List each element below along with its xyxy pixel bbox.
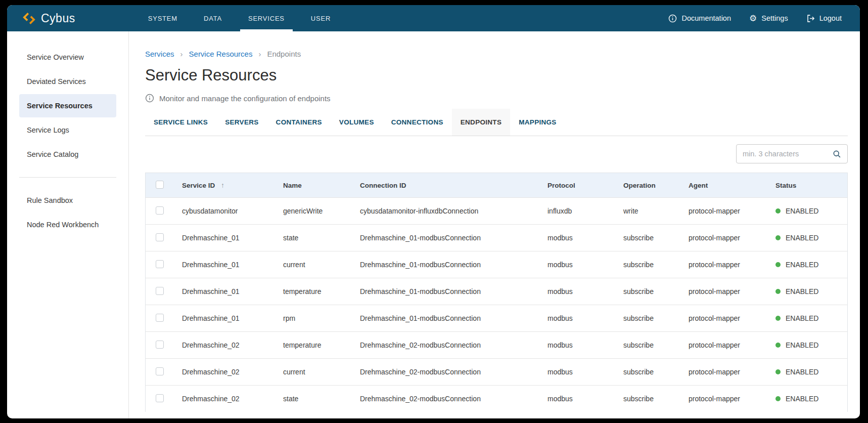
cell-service-id: Drehmaschine_02 (175, 368, 276, 376)
cell-status: ENABLED (768, 261, 847, 269)
search-input[interactable] (743, 150, 833, 158)
row-checkbox[interactable] (156, 206, 164, 215)
column-header-connection-id[interactable]: Connection ID (353, 182, 540, 189)
column-header-operation[interactable]: Operation (616, 182, 681, 189)
cell-service-id: Drehmaschine_01 (175, 287, 276, 295)
table-row[interactable]: Drehmaschine_02 temperature Drehmaschine… (146, 331, 847, 358)
cell-status: ENABLED (768, 341, 847, 349)
tab[interactable]: CONTAINERS (267, 109, 331, 136)
table-row[interactable]: Drehmaschine_01 state Drehmaschine_01-mo… (146, 224, 847, 251)
cell-service-id: Drehmaschine_01 (175, 261, 276, 269)
sidebar-item[interactable]: Service Overview (19, 46, 116, 69)
row-checkbox[interactable] (156, 260, 164, 268)
info-icon (668, 14, 677, 23)
tab[interactable]: SERVERS (216, 109, 267, 136)
row-checkbox[interactable] (156, 367, 164, 375)
cell-operation: subscribe (616, 314, 681, 322)
select-all-checkbox[interactable] (156, 181, 164, 189)
cell-agent: protocol-mapper (681, 287, 768, 295)
breadcrumb-separator-icon: › (180, 50, 183, 58)
table-row[interactable]: Drehmaschine_02 current Drehmaschine_02-… (146, 358, 847, 385)
cell-operation: subscribe (616, 261, 681, 269)
column-header-service-id[interactable]: Service ID ↑ (175, 181, 276, 189)
search-row (145, 144, 848, 163)
tab[interactable]: VOLUMES (331, 109, 383, 136)
cell-connection-id: Drehmaschine_01-modbusConnection (353, 314, 540, 322)
resource-tabs: SERVICE LINKS SERVERS CONTAINERS VOLUMES (145, 109, 848, 136)
table-body: cybusdatamonitor genericWrite cybusdatam… (146, 197, 847, 412)
status-dot-icon (775, 369, 781, 374)
cell-agent: protocol-mapper (681, 314, 768, 322)
nav-menu-item[interactable]: SYSTEM (135, 5, 191, 31)
tab[interactable]: MAPPINGS (510, 109, 565, 136)
table-row[interactable]: Drehmaschine_01 current Drehmaschine_01-… (146, 251, 847, 278)
cell-service-id: Drehmaschine_02 (175, 341, 276, 349)
nav-menu-item-label: SERVICES (248, 15, 285, 22)
settings-label: Settings (761, 14, 788, 22)
cell-name: genericWrite (276, 207, 353, 215)
cell-agent: protocol-mapper (681, 341, 768, 349)
nav-menu-item[interactable]: USER (298, 5, 344, 31)
nav-menu-item-label: DATA (204, 15, 222, 22)
table-row[interactable]: cybusdatamonitor genericWrite cybusdatam… (146, 197, 847, 224)
column-header-protocol[interactable]: Protocol (540, 182, 616, 189)
cell-status: ENABLED (768, 314, 847, 322)
main-content: Services › Service Resources › Endpoints… (129, 31, 860, 418)
page-subtitle-text: Monitor and manage the configuration of … (159, 94, 331, 103)
table-row[interactable]: Drehmaschine_01 rpm Drehmaschine_01-modb… (146, 305, 847, 331)
row-checkbox[interactable] (156, 314, 164, 322)
app-window: Cybus SYSTEM DATA SERVICES USER (7, 5, 860, 418)
sort-ascending-icon[interactable]: ↑ (221, 181, 224, 189)
sidebar-item[interactable]: Service Logs (19, 118, 116, 142)
sidebar-item[interactable]: Node Red Workbench (19, 213, 116, 236)
main-nav-menu: SYSTEM DATA SERVICES USER (135, 5, 344, 31)
cell-protocol: modbus (540, 341, 616, 349)
nav-menu-item[interactable]: DATA (191, 5, 235, 31)
search-box[interactable] (736, 144, 848, 163)
cell-service-id: cybusdatamonitor (175, 207, 276, 215)
breadcrumb-current: Endpoints (267, 50, 301, 58)
row-checkbox[interactable] (156, 233, 164, 241)
cell-protocol: influxdb (540, 207, 616, 215)
table-row[interactable]: Drehmaschine_02 state Drehmaschine_02-mo… (146, 385, 847, 412)
sidebar-item[interactable]: Service Resources (19, 94, 116, 117)
settings-button[interactable]: ⚙ Settings (749, 14, 788, 23)
table-row[interactable]: Drehmaschine_01 temperature Drehmaschine… (146, 278, 847, 305)
status-badge: ENABLED (786, 261, 818, 269)
tab[interactable]: SERVICE LINKS (145, 109, 216, 136)
tab[interactable]: CONNECTIONS (383, 109, 452, 136)
cell-service-id: Drehmaschine_02 (175, 395, 276, 403)
top-navbar: Cybus SYSTEM DATA SERVICES USER (7, 5, 860, 31)
row-checkbox[interactable] (156, 341, 164, 349)
cell-operation: subscribe (616, 234, 681, 242)
brand-logo[interactable]: Cybus (22, 5, 75, 31)
sidebar-item[interactable]: Rule Sandbox (19, 189, 116, 212)
cell-status: ENABLED (768, 368, 847, 376)
cell-connection-id: Drehmaschine_02-modbusConnection (353, 368, 540, 376)
documentation-button[interactable]: Documentation (668, 14, 731, 23)
cell-name: temperature (276, 341, 353, 349)
tab[interactable]: ENDPOINTS (452, 109, 510, 136)
row-checkbox[interactable] (156, 394, 164, 402)
breadcrumb-link-service-resources[interactable]: Service Resources (189, 50, 253, 58)
table-header-row: Service ID ↑ Name Connection ID Protocol… (146, 173, 847, 197)
cell-connection-id: Drehmaschine_01-modbusConnection (353, 287, 540, 295)
nav-menu-item-label: USER (311, 15, 331, 22)
sidebar-item[interactable]: Service Catalog (19, 143, 116, 166)
nav-menu-item[interactable]: SERVICES (235, 5, 298, 31)
cell-operation: subscribe (616, 395, 681, 403)
status-dot-icon (775, 289, 781, 294)
column-header-agent[interactable]: Agent (681, 182, 768, 189)
tab-label: SERVERS (225, 118, 258, 126)
breadcrumb-link-services[interactable]: Services (145, 50, 174, 58)
column-header-status[interactable]: Status (768, 182, 847, 189)
cell-protocol: modbus (540, 261, 616, 269)
cell-agent: protocol-mapper (681, 261, 768, 269)
sidebar-item[interactable]: Deviated Services (19, 70, 116, 93)
column-header-name[interactable]: Name (276, 182, 353, 189)
logout-label: Logout (819, 14, 842, 22)
status-dot-icon (775, 208, 781, 214)
row-checkbox[interactable] (156, 287, 164, 295)
cell-operation: subscribe (616, 341, 681, 349)
logout-button[interactable]: Logout (806, 14, 842, 23)
